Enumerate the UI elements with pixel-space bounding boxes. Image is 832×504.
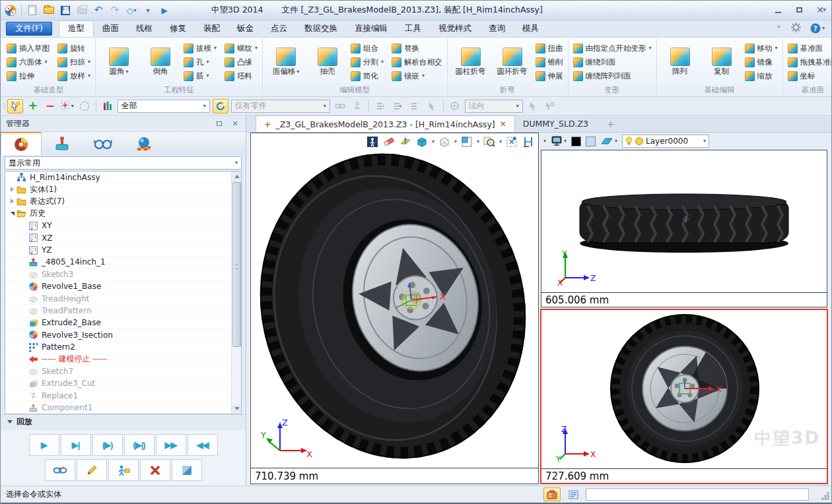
- ribbon-button-坯料[interactable]: 坯料: [225, 69, 258, 83]
- ribbon-tab-线框[interactable]: 线框: [127, 20, 161, 37]
- tree-scrollbar[interactable]: [231, 172, 241, 414]
- ribbon-button-凸缘[interactable]: 凸缘: [225, 55, 258, 69]
- ribbon-button-面偏移[interactable]: 面偏移▾: [267, 47, 304, 77]
- pick-gear-icon[interactable]: [543, 99, 557, 113]
- panel-close-icon[interactable]: ✕: [230, 119, 240, 128]
- redo-button[interactable]: ↷: [109, 5, 121, 16]
- close-button[interactable]: ✕: [812, 4, 829, 16]
- ribbon-button-六面体[interactable]: 六面体▾: [7, 55, 50, 69]
- side-view-viewport[interactable]: Y Z X 605.006 mm: [541, 150, 827, 307]
- ribbon-tab-造型[interactable]: 造型: [59, 20, 94, 37]
- customize-icon[interactable]: ◇▾: [125, 5, 137, 16]
- ribbon-tab-数据交换[interactable]: 数据交换: [296, 20, 346, 37]
- normal-select[interactable]: 法向▾: [465, 100, 523, 113]
- dropdown-arrow-icon[interactable]: ▾: [126, 69, 129, 75]
- part-filter-select[interactable]: 仅有零件▾: [231, 100, 330, 113]
- ribbon-tab-修复[interactable]: 修复: [161, 20, 195, 37]
- help-icon[interactable]: ?▾: [810, 23, 825, 34]
- ribbon-button-阵列[interactable]: 阵列: [662, 47, 699, 77]
- datum-display-icon[interactable]: [399, 135, 412, 148]
- tree-item------ 建模停止 -----[interactable]: ----- 建模停止 -----: [5, 354, 230, 365]
- ribbon-button-缩放[interactable]: 缩放: [745, 69, 778, 83]
- tab-pin-icon[interactable]: +: [264, 119, 271, 129]
- document-tab[interactable]: DUMMY_SLD.Z3: [515, 115, 596, 132]
- ribbon-tab-视觉样式[interactable]: 视觉样式: [430, 20, 480, 37]
- tab-list-chevron-icon[interactable]: ▾: [823, 6, 826, 13]
- edit-button[interactable]: [77, 459, 107, 481]
- tree-item-_4805_14inch_1[interactable]: _4805_14inch_1: [5, 257, 230, 268]
- orient-icon[interactable]: [448, 99, 462, 113]
- ribbon-tab-曲面[interactable]: 曲面: [94, 20, 127, 37]
- tree-item-XZ[interactable]: 12XZ: [5, 232, 230, 244]
- settings-gear-icon[interactable]: [791, 22, 801, 34]
- scroll-down-icon[interactable]: [232, 404, 242, 414]
- tab-close-icon[interactable]: ✕: [500, 119, 506, 129]
- anchor-icon[interactable]: [350, 99, 364, 113]
- ribbon-button-锥削[interactable]: 锥削: [536, 55, 563, 69]
- selection-box-icon[interactable]: ▾: [60, 99, 75, 113]
- erase-icon[interactable]: [382, 135, 396, 148]
- stop-button[interactable]: [172, 459, 202, 481]
- zoom-fit-icon[interactable]: [505, 135, 518, 148]
- ribbon-button-圆角[interactable]: 圆角▾: [100, 47, 137, 77]
- dropdown-arrow-icon[interactable]: ▾: [381, 59, 384, 65]
- ribbon-button-基准面[interactable]: 基准面: [788, 42, 832, 55]
- ribbon-button-解析自相交[interactable]: 解析自相交: [392, 55, 442, 69]
- remove-from-selection-icon[interactable]: −: [43, 99, 57, 113]
- toolbox-toggle-icon[interactable]: T: [543, 488, 561, 501]
- constraint-chain-icon[interactable]: [333, 99, 347, 113]
- dropdown-arrow-icon[interactable]: ▾: [88, 59, 90, 65]
- tree-item-Revolve1_Base[interactable]: Revolve1_Base: [5, 281, 230, 293]
- ribbon-button-插入草图[interactable]: 插入草图: [7, 42, 50, 55]
- ribbon-button-复制[interactable]: 复制: [703, 47, 740, 77]
- tree-item-XY[interactable]: 12XY: [5, 220, 230, 232]
- rewind-button[interactable]: ◀◀: [188, 434, 218, 456]
- tree-expander-icon[interactable]: [8, 212, 17, 216]
- dropdown-arrow-icon[interactable]: ▾: [88, 73, 90, 79]
- open-file-button[interactable]: [43, 5, 55, 16]
- ribbon-button-分割[interactable]: 分割▾: [351, 55, 384, 69]
- align-plane-icon[interactable]: [522, 135, 535, 148]
- play-button[interactable]: ▶: [29, 434, 59, 456]
- tree-item-表达式(7)[interactable]: 表达式(7): [5, 196, 230, 208]
- ribbon-button-移动[interactable]: 移动▾: [745, 42, 778, 55]
- add-to-selection-icon[interactable]: +: [26, 99, 40, 113]
- ribbon-button-镶嵌[interactable]: 镶嵌▾: [392, 69, 442, 83]
- scroll-thumb[interactable]: [232, 182, 241, 347]
- highlight-color-swatch[interactable]: [586, 137, 596, 146]
- ribbon-button-放样[interactable]: 放样▾: [57, 69, 90, 83]
- pick-arrow-icon-2[interactable]: [526, 99, 540, 113]
- face-display-icon[interactable]: ▾: [600, 137, 617, 146]
- ribbon-tab-工具[interactable]: 工具: [396, 20, 430, 37]
- minimize-button[interactable]: [769, 4, 786, 16]
- ribbon-button-筋[interactable]: 筋▾: [184, 69, 217, 83]
- ribbon-button-拉伸[interactable]: 拉伸: [7, 69, 50, 83]
- tree-item-Sketch3[interactable]: Sketch3: [5, 268, 230, 280]
- dropdown-arrow-icon[interactable]: ▾: [422, 73, 425, 79]
- ribbon-button-圆柱折弯[interactable]: 圆柱折弯: [452, 47, 489, 77]
- toolbar-drag-handle[interactable]: ⁞: [3, 102, 5, 111]
- tree-item-Replace1[interactable]: Replace1: [5, 390, 230, 402]
- ribbon-button-扫掠[interactable]: 扫掠▾: [57, 55, 90, 69]
- dropdown-arrow-icon[interactable]: ▾: [296, 69, 299, 75]
- ribbon-button-圆环折弯[interactable]: 圆环折弯: [494, 47, 531, 77]
- play-span-pause-button[interactable]: (▶|): [124, 434, 155, 456]
- tree-item-Extrude2_Base[interactable]: Extrude2_Base: [5, 317, 230, 329]
- zoom-icon[interactable]: [483, 135, 496, 148]
- fast-forward-button[interactable]: ▶▶: [156, 434, 186, 456]
- ribbon-tab-查询[interactable]: 查询: [480, 20, 514, 37]
- tree-item-Pattern2[interactable]: Pattern2: [5, 341, 230, 353]
- insert-person-button[interactable]: [108, 459, 139, 481]
- background-color-swatch[interactable]: [571, 137, 581, 146]
- front-view-viewport[interactable]: X 中望3D Z X Y 727.609 mm: [540, 309, 828, 484]
- ribbon-button-螺纹[interactable]: 螺纹▾: [225, 42, 258, 55]
- scroll-up-icon[interactable]: [232, 172, 242, 181]
- panel-restore-icon[interactable]: [214, 119, 225, 128]
- pick-mode-icon[interactable]: [7, 99, 23, 113]
- ribbon-tab-点云[interactable]: 点云: [262, 20, 296, 37]
- ribbon-button-简化[interactable]: 简化: [351, 69, 384, 83]
- visibility-manager-tab[interactable]: [83, 132, 123, 155]
- dropdown-arrow-icon[interactable]: ▾: [775, 46, 778, 51]
- regen-icon[interactable]: [213, 99, 228, 113]
- selection-filter-icon[interactable]: [100, 99, 115, 113]
